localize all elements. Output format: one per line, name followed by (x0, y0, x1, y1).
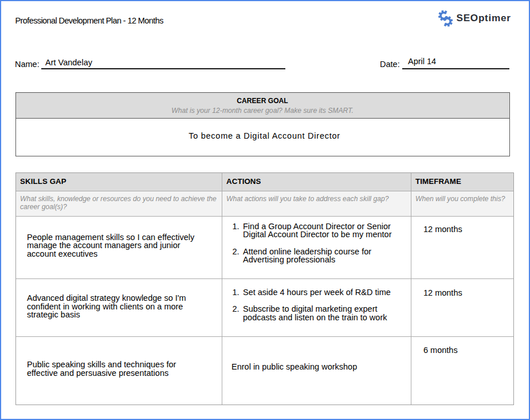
action-item-text: Enrol in public speaking workshop (231, 363, 357, 371)
name-underline (41, 68, 285, 69)
action-item-text: Subscribe to digital marketing expert po… (243, 305, 402, 321)
actions-cell-row2: 1. Set aside 4 hours per week of R&D tim… (222, 279, 411, 337)
date-underline (402, 68, 509, 69)
actions-cell-row1: 1. Find a Group Account Director or Seni… (222, 217, 411, 279)
action-item-number: 1. (233, 288, 244, 297)
date-label: Date: (380, 60, 400, 69)
column-header-skills-gap: SKILLS GAP (16, 173, 222, 191)
action-item-number: 2. (233, 248, 244, 264)
skills-gap-cell-row1: People management skills so I can effect… (16, 217, 222, 279)
date-value: April 14 (408, 57, 436, 66)
action-item: Enrol in public speaking workshop (231, 363, 402, 371)
column-subtitle-skills-gap: What skills, knowledge or resources do y… (16, 191, 222, 217)
action-item-text: Set aside 4 hours per week of R&D time (243, 288, 391, 297)
column-header-actions: ACTIONS (222, 173, 411, 191)
career-goal-box: CAREER GOAL What is your 12-month career… (15, 92, 510, 156)
action-item-number: 2. (233, 305, 244, 321)
skills-gap-cell-row2: Advanced digital strategy knowledge so I… (16, 279, 222, 337)
timeframe-cell-row1: 12 months (411, 217, 513, 279)
document-title: Professional Development Plan - 12 Month… (15, 16, 163, 25)
column-subtitle-actions: What actions will you take to address ea… (222, 191, 411, 217)
column-header-timeframe: TIMEFRAME (411, 173, 513, 191)
seoptimer-gear-icon (437, 9, 454, 28)
timeframe-cell-row2: 12 months (411, 279, 513, 337)
action-item: 1. Set aside 4 hours per week of R&D tim… (233, 288, 402, 297)
seoptimer-logo: SEOptimer (438, 10, 512, 28)
career-goal-subtitle: What is your 12-month career goal? Make … (16, 107, 509, 115)
actions-cell-row3: Enrol in public speaking workshop (222, 337, 411, 405)
action-item: 2. Attend online leadership course for A… (233, 248, 402, 264)
career-goal-title: CAREER GOAL (16, 97, 509, 105)
action-item: 2. Subscribe to digital marketing expert… (233, 305, 402, 321)
skills-table: SKILLS GAP ACTIONS TIMEFRAME What skills… (15, 172, 514, 405)
seoptimer-logo-text: SEOptimer (457, 13, 511, 23)
action-item-number: 1. (233, 222, 244, 239)
skills-gap-cell-row3: Public speaking skills and techniques fo… (16, 337, 222, 405)
action-item: 1. Find a Group Account Director or Seni… (233, 222, 402, 239)
career-goal-value: To become a Digital Account Director (16, 119, 509, 141)
action-item-text: Attend online leadership course for Adve… (243, 248, 402, 264)
column-subtitle-timeframe: When will you complete this? (411, 191, 513, 217)
name-label: Name: (15, 60, 40, 69)
action-item-text: Find a Group Account Director or Senior … (243, 222, 402, 239)
career-goal-header: CAREER GOAL What is your 12-month career… (16, 93, 509, 119)
timeframe-cell-row3: 6 months (411, 337, 513, 405)
name-value: Art Vandelay (45, 58, 92, 67)
